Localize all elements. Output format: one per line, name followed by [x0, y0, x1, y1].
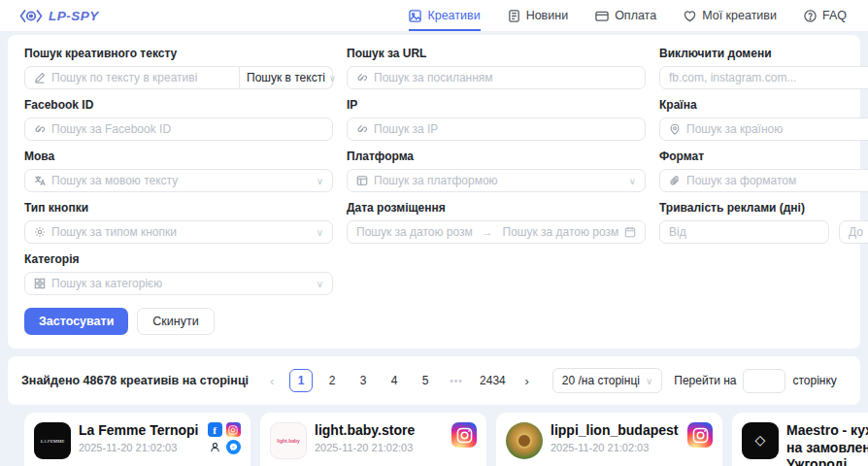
instagram-icon[interactable] — [226, 422, 241, 437]
link-icon — [356, 123, 368, 135]
calendar-icon — [624, 226, 636, 238]
nav-label: FAQ — [822, 9, 847, 22]
nav-item-my-creatives[interactable]: Мої креативи — [684, 0, 777, 31]
card-title: lippi_lion_budapest — [551, 422, 680, 440]
field-label: Тип кнопки — [24, 201, 333, 215]
nav-item-creatives[interactable]: Креативи — [409, 0, 480, 31]
url-input[interactable] — [374, 71, 636, 84]
format-placeholder: Пошук за форматом — [686, 174, 796, 187]
avatar — [506, 422, 543, 459]
messenger-icon[interactable] — [226, 440, 241, 454]
filter-button-type: Тип кнопки Пошук за типом кнопки ∨ — [24, 201, 333, 244]
date-end-placeholder: Пошук за датою розміщення — [503, 225, 619, 239]
filter-creative-text: Пошук креативного тексту Пошук в тексті … — [24, 47, 333, 89]
field-label: Пошук креативного тексту — [24, 47, 333, 60]
question-circle-icon — [804, 10, 817, 22]
grid-icon — [34, 278, 46, 289]
exclude-domains-input[interactable] — [669, 71, 868, 84]
credit-card-icon — [595, 10, 609, 22]
field-label: IP — [347, 98, 646, 112]
nav-label: Новини — [526, 9, 569, 22]
nav-item-faq[interactable]: FAQ — [804, 0, 847, 31]
field-label: Країна — [659, 98, 868, 112]
header: LP-SPY Креативи Новини Оплата Мої креати… — [0, 0, 868, 31]
text-search-mode-select[interactable]: Пошук в тексті ∨ — [240, 66, 333, 89]
page-3[interactable]: 3 — [351, 369, 375, 392]
filter-platform: Платформа Пошук за платформою ∨ — [347, 150, 646, 192]
format-select[interactable]: Пошук за форматом — [659, 169, 868, 192]
pages-ellipsis[interactable]: ••• — [445, 369, 468, 392]
page-4[interactable]: 4 — [383, 369, 406, 392]
card-date: 2025-11-20 21:02:03 — [79, 442, 199, 453]
button-type-select[interactable]: Пошук за типом кнопки ∨ — [24, 220, 333, 244]
field-label: Виключити домени — [659, 47, 868, 60]
chevron-down-icon: ∨ — [317, 176, 323, 186]
duration-from-input[interactable] — [669, 225, 819, 239]
card-date: 2025-11-20 21:02:03 — [315, 442, 444, 453]
brand-name: LP-SPY — [49, 9, 99, 23]
page-last[interactable]: 2434 — [476, 369, 510, 392]
avatar: ◇ — [742, 422, 779, 459]
language-select[interactable]: Пошук за мовою тексту ∨ — [24, 169, 333, 192]
prev-page-arrow[interactable]: ‹ — [262, 374, 282, 388]
ip-input[interactable] — [374, 122, 636, 136]
facebook-icon[interactable]: f — [208, 422, 222, 437]
audience-person-icon[interactable] — [208, 440, 222, 454]
creative-card[interactable]: LA FEMME La Femme Ternopil 2025-11-20 21… — [24, 413, 250, 466]
filter-exclude-domains: Виключити домени — [659, 47, 868, 89]
card-date: 2025-11-20 21:02:03 — [551, 442, 680, 453]
heart-icon — [684, 10, 696, 22]
chevron-down-icon: ∨ — [317, 279, 323, 289]
filter-country: Країна — [659, 98, 868, 141]
next-page-arrow[interactable]: › — [517, 374, 537, 388]
date-range-picker[interactable]: Пошук за датою розміщення → Пошук за дат… — [347, 220, 646, 244]
page-size-select[interactable]: 20 /на сторінці ∨ — [552, 368, 663, 393]
creative-card[interactable]: lippi_lion_budapest 2025-11-20 21:02:03 … — [496, 413, 722, 466]
page-size-value: 20 /на сторінці — [562, 374, 640, 387]
country-input[interactable] — [686, 122, 868, 136]
instagram-icon[interactable] — [687, 422, 713, 448]
platform-select[interactable]: Пошук за платформою ∨ — [347, 169, 646, 192]
image-icon — [409, 10, 421, 22]
avatar: light.baby — [270, 422, 307, 459]
nav-item-payment[interactable]: Оплата — [595, 0, 656, 31]
nav-label: Креативи — [427, 9, 480, 22]
nav-item-news[interactable]: Новини — [508, 0, 569, 31]
instagram-icon[interactable] — [451, 422, 477, 448]
results-summary: Знайдено 48678 креативів на сторінці — [21, 374, 249, 387]
field-label: Дата розміщення — [347, 201, 646, 215]
page-2[interactable]: 2 — [320, 369, 344, 392]
chevron-down-icon: ∨ — [317, 227, 323, 238]
creative-card[interactable]: light.baby light.baby.store 2025-11-20 2… — [260, 413, 486, 466]
field-label: Формат — [659, 150, 868, 163]
goto-suffix: сторінку — [792, 374, 836, 387]
link-icon — [34, 123, 46, 135]
creative-card[interactable]: ◇ Maestro - кухні, меблі на замовлення в… — [732, 413, 868, 466]
nav-label: Оплата — [615, 9, 656, 22]
goto-page: Перейти на сторінку — [674, 369, 837, 393]
chevron-down-icon: ∨ — [629, 176, 636, 186]
category-placeholder: Пошук за категорією — [51, 277, 162, 290]
paperclip-icon — [669, 175, 681, 186]
field-label: Пошук за URL — [347, 47, 646, 60]
apply-button[interactable]: Застосувати — [24, 308, 128, 335]
brand-logo[interactable]: LP-SPY — [19, 9, 99, 23]
creative-cards-row: LA FEMME La Femme Ternopil 2025-11-20 21… — [0, 413, 868, 466]
date-start-placeholder: Пошук за датою розміщення — [356, 225, 473, 239]
goto-page-input[interactable] — [743, 369, 785, 393]
translate-icon — [34, 175, 46, 186]
facebook-id-input[interactable] — [51, 122, 323, 136]
platform-placeholder: Пошук за платформою — [374, 174, 498, 187]
filter-placement-date: Дата розміщення Пошук за датою розміщенн… — [347, 201, 646, 244]
page-1[interactable]: 1 — [289, 369, 313, 392]
page-5[interactable]: 5 — [414, 369, 437, 392]
filter-language: Мова Пошук за мовою тексту ∨ — [24, 150, 333, 192]
chevron-down-icon: ∨ — [329, 73, 336, 83]
duration-to-input[interactable] — [849, 225, 868, 239]
field-label: Категорія — [24, 252, 333, 266]
category-select[interactable]: Пошук за категорією ∨ — [24, 272, 333, 295]
filter-panel: Пошук креативного тексту Пошук в тексті … — [8, 35, 860, 349]
field-label: Мова — [24, 150, 333, 163]
reset-button[interactable]: Скинути — [137, 308, 214, 335]
creative-text-input[interactable] — [51, 71, 230, 84]
